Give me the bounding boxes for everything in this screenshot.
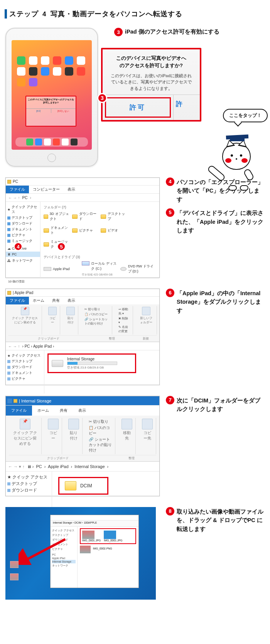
desk-address[interactable]: Internal Storage › DCIM › 100APPLE [51, 521, 138, 527]
instruction-7: 7 次に「DCIM」フォルダーをダブルクリックします [166, 396, 265, 414]
folder-desktop[interactable]: デスクトップ [101, 211, 128, 221]
instruction-8-text: 取り込みたい画像や動画ファイルを、ドラッグ & ドロップでPC に転送します [177, 507, 265, 533]
ex2-tab-share[interactable]: 共有 [48, 297, 64, 304]
row-explorer-dcim: | Internal Storage ファイル ホーム 共有 表示 📌 クイック… [0, 394, 270, 505]
popup-title: このデバイスに写真やビデオへ のアクセスを許可しますか? [103, 49, 200, 71]
thumb-icon[interactable] [104, 531, 116, 539]
pin-icon[interactable]: 📌 [20, 419, 30, 429]
ex3-tab-home[interactable]: ホーム [32, 406, 54, 416]
badge-7: 7 [166, 396, 174, 404]
ex2-side-document[interactable]: ドキュメント [7, 370, 42, 376]
rename-cmd[interactable]: ✎ 名前の変更 [118, 325, 130, 334]
mini-dialog-title: このデバイスに写真やビデオへのアクセスを許可しますか? [28, 98, 74, 104]
pin-icon[interactable]: 📌 [21, 307, 29, 315]
ex3-ribbon: 📌 クイック アクセスにピン留めする コピー 貼り付け ✂ 切り取り 📋 パスの… [6, 416, 159, 461]
ex3-side-download[interactable]: ダウンロード [7, 487, 50, 494]
selected-files-box[interactable]: IMG_0001.JPG IMG_0001.JPG [80, 528, 136, 544]
folder-video[interactable]: ビデオ [101, 225, 128, 235]
folder-picture[interactable]: ピクチャ [72, 225, 99, 235]
cut-cmd[interactable]: ✂ 切り取り [89, 419, 112, 425]
thumb-icon[interactable] [80, 546, 91, 553]
ex2-side-download[interactable]: ダウンロード [7, 364, 42, 370]
side-document[interactable]: ドキュメント [7, 226, 39, 232]
delete-cmd[interactable]: ✖ 削除 ▾ [118, 316, 130, 325]
ex2-address-bar[interactable]: ← → ↑ › PC › Apple iPad › [6, 342, 159, 350]
copypath-cmd[interactable]: 📋 パスのコピー [84, 312, 109, 317]
ex2-tab-view[interactable]: 表示 [64, 297, 79, 304]
ex2-sidebar: ★ クイック アクセス デスクトップ ダウンロード ドキュメント ピクチャ [6, 350, 44, 394]
image-file-icon[interactable] [10, 561, 19, 568]
ex2-tab-file[interactable]: ファイル [6, 297, 29, 304]
side-network[interactable]: 🖧 ネットワーク [7, 258, 39, 264]
badge-8: 8 [166, 507, 174, 516]
copyto-icon[interactable] [142, 419, 153, 429]
side-download[interactable]: ダウンロード [7, 221, 39, 226]
desktop-explorer-window: Internal Storage › DCIM › 100APPLE クイック … [50, 515, 139, 588]
device-apple-ipad[interactable]: Apple iPad [44, 261, 79, 277]
badge-4: 4 [166, 177, 174, 186]
explorer-internal-window: | Internal Storage ファイル ホーム 共有 表示 📌 クイック… [5, 396, 160, 496]
desktop-target-icons[interactable] [10, 561, 19, 580]
side-picture[interactable]: ピクチャ [7, 232, 39, 238]
ex3-tab-share[interactable]: 共有 [54, 406, 73, 416]
copy-icon[interactable] [48, 419, 59, 429]
folder-document[interactable]: ドキュメント [44, 225, 71, 235]
ipad-home-button[interactable] [47, 154, 56, 162]
ex3-titlebar: | Internal Storage [6, 396, 159, 406]
folder-dcim[interactable]: DCIM [58, 477, 108, 495]
ex3-tab-view[interactable]: 表示 [73, 406, 91, 416]
copy-icon[interactable] [48, 307, 57, 315]
moveto-cmd[interactable]: ⇀ 移動先 ▾ [118, 307, 130, 316]
paste-icon[interactable] [66, 307, 75, 315]
ex2-titlebar: | Apple iPad [6, 289, 159, 297]
pastesc-cmd[interactable]: 🔗 ショートカットの貼り付け [89, 436, 112, 453]
copypath-cmd[interactable]: 📋 パスのコピー [89, 425, 112, 436]
instruction-3-text: iPad 側のアクセス許可を有効にする [125, 28, 219, 36]
ex1-tab-view[interactable]: 表示 [64, 186, 79, 193]
ex1-sidebar: ★ クイック アクセス デスクトップ ダウンロード ドキュメント ピクチャ ミュ… [6, 202, 40, 278]
instruction-8: 8 取り込みたい画像や動画ファイルを、ドラッグ & ドロップでPC に転送します [166, 507, 265, 533]
badge-6: 6 [166, 289, 174, 297]
ipad-mini-dialog: このデバイスに写真やビデオへのアクセスを許可しますか? 許可 許可しない [25, 96, 76, 127]
step-number: 4 [42, 10, 46, 18]
ex2-side-quick[interactable]: ★ クイック アクセス [7, 353, 42, 358]
mini-dialog-allow[interactable]: 許可 [26, 109, 51, 113]
explorer-ipad-window: | Apple iPad ファイル ホーム 共有 表示 📌 クイック アクセスに… [5, 289, 160, 385]
step-prefix: ステップ [9, 10, 39, 18]
ex1-section-devices: デバイスとドライブ (3) [44, 253, 156, 261]
dcim-label: DCIM [80, 483, 92, 488]
side-onedrive[interactable]: ☁ OneDrive [7, 246, 39, 251]
ex3-side-quick[interactable]: ★ クイック アクセス [7, 474, 50, 480]
folder-download[interactable]: ダウンロード [72, 211, 99, 221]
thumb-icon[interactable] [82, 531, 94, 539]
device-dvd[interactable]: DVD RW ドライブ (D:) [120, 261, 156, 277]
side-music[interactable]: ミュージック [7, 238, 39, 244]
popup-allow-button[interactable]: 許可 [105, 97, 171, 118]
cut-cmd[interactable]: ✂ 切り取り [84, 307, 109, 312]
badge-3: 3 [114, 28, 123, 36]
side-desktop[interactable]: デスクトップ [7, 215, 39, 221]
ex3-address-bar[interactable]: ← → ▾ ↑ 🖥 › PC › Apple iPad › Internal S… [6, 461, 159, 472]
moveto-icon[interactable] [122, 419, 132, 429]
ex3-sidebar: ★ クイック アクセス デスクトップ ダウンロード [6, 472, 52, 507]
folder-3d[interactable]: 3D オブジェクト [44, 211, 71, 221]
ex2-side-picture[interactable]: ピクチャ [7, 376, 42, 382]
ex1-title: PC [13, 179, 18, 184]
paste-icon[interactable] [68, 419, 79, 429]
image-file-icon[interactable] [10, 573, 19, 580]
ex2-tab-home[interactable]: ホーム [29, 297, 48, 304]
ex1-tab-file[interactable]: ファイル [6, 186, 29, 193]
newfolder-icon[interactable] [142, 307, 150, 315]
pastesc-cmd[interactable]: 🔗 ショートカットの貼り付け [84, 317, 109, 326]
ex3-tab-file[interactable]: ファイル [6, 406, 32, 416]
ex1-tab-computer[interactable]: コンピューター [29, 186, 64, 193]
internal-storage-item[interactable]: Internal Storage 空き領域 23.8 GB/29.8 GB [47, 353, 136, 373]
mini-dialog-deny[interactable]: 許可しない [51, 109, 76, 113]
popup-allow-cut[interactable]: 許 [173, 95, 200, 120]
side-pc[interactable]: 🖥 PC [6, 252, 40, 257]
device-local-c[interactable]: ローカル ディスク (C:) 空き領域 423 GB/459 GB [82, 261, 118, 277]
side-quick[interactable]: ★ クイック アクセス [7, 204, 39, 215]
ex1-address-bar[interactable]: ← → ↑ PC› [6, 193, 159, 202]
ex2-side-desktop[interactable]: デスクトップ [7, 358, 42, 364]
ex3-side-desktop[interactable]: デスクトップ [7, 480, 50, 487]
